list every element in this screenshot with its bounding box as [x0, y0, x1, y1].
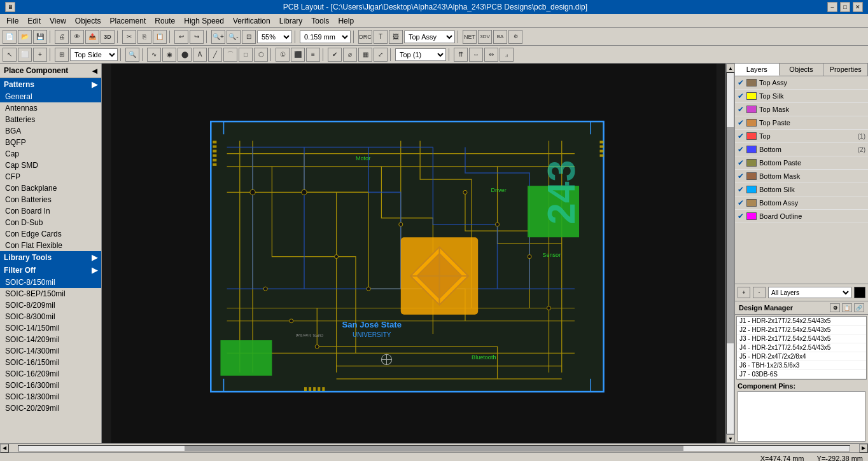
layer-bottom-mask-check[interactable]: ✔	[738, 172, 744, 181]
via-btn[interactable]: ◉	[162, 48, 176, 62]
rect-btn[interactable]: □	[239, 48, 253, 62]
text-btn[interactable]: T	[374, 30, 388, 44]
layer-bottom-name[interactable]: Bottom	[759, 146, 855, 153]
hscroll-left-btn[interactable]: ◀	[0, 444, 9, 453]
back-ann-btn[interactable]: BA	[493, 30, 507, 44]
place-component-header[interactable]: Place Component ◀	[0, 64, 101, 78]
extra-btn[interactable]: ⚙	[508, 30, 522, 44]
component-soic-8-209[interactable]: SOIC-8/209mil	[0, 299, 101, 311]
category-con-edge-cards[interactable]: Con Edge Cards	[0, 228, 101, 240]
patterns-section-header[interactable]: Patterns ▶	[0, 78, 101, 91]
dm-row-j6[interactable]: J6 - TBH-1x2/3.5/6x3	[737, 361, 866, 370]
pcb-canvas-area[interactable]: San José State UNIVERSITY 243 Motor Driv…	[102, 64, 725, 443]
layer-bottom-mask-name[interactable]: Bottom Mask	[759, 172, 865, 180]
vscroll-up-btn[interactable]: ▲	[726, 64, 735, 72]
hscroll-right-btn[interactable]: ▶	[859, 444, 868, 453]
snake-btn[interactable]: ⟓	[500, 48, 514, 62]
component-soic-8-300[interactable]: SOIC-8/300mil	[0, 311, 101, 322]
length-btn[interactable]: ↔	[469, 48, 483, 62]
menu-library[interactable]: Library	[276, 15, 307, 27]
layer-top-assy-name[interactable]: Top Assy	[759, 79, 865, 86]
menu-route[interactable]: Route	[151, 15, 179, 27]
component-soic-16-150[interactable]: SOIC-16/150mil	[0, 357, 101, 368]
side-dropdown[interactable]: Top Side	[70, 48, 118, 61]
layer-top-assy-check[interactable]: ✔	[738, 78, 744, 87]
dm-row-j5[interactable]: J5 - HDR-2x4T/2x2/8x4	[737, 352, 866, 361]
layer-top-name[interactable]: Top	[759, 132, 855, 140]
category-batteries[interactable]: Batteries	[0, 114, 101, 125]
category-general[interactable]: General	[0, 91, 101, 102]
component-soic-8-150[interactable]: SOIC-8/150mil	[0, 277, 101, 288]
new-btn[interactable]: 📄	[3, 30, 17, 44]
hscroll-thumb[interactable]	[185, 446, 683, 451]
hscroll-track[interactable]	[18, 445, 850, 451]
component-btn[interactable]: ⊞	[55, 48, 69, 62]
menu-file[interactable]: File	[3, 15, 22, 27]
tab-properties[interactable]: Properties	[823, 64, 868, 76]
drc-btn[interactable]: DRC	[358, 30, 372, 44]
arc-btn[interactable]: ⌒	[223, 48, 237, 62]
layer-top-silk-name[interactable]: Top Silk	[759, 92, 865, 100]
menu-view[interactable]: View	[46, 15, 70, 27]
layer-top-check[interactable]: ✔	[738, 132, 744, 141]
layer-top-silk-check[interactable]: ✔	[738, 92, 744, 100]
menu-high-speed[interactable]: High Speed	[180, 15, 228, 27]
component-soic-16-209[interactable]: SOIC-16/209mil	[0, 368, 101, 380]
image-btn[interactable]: 🖼	[389, 30, 403, 44]
dm-row-j3[interactable]: J3 - HDR-2x17T/2.54x2.54/43x5	[737, 334, 866, 343]
dm-row-j2[interactable]: J2 - HDR-2x17T/2.54x2.54/43x5	[737, 326, 866, 334]
layer-bottom-paste-name[interactable]: Bottom Paste	[759, 159, 865, 167]
3d-view-btn[interactable]: 3DV	[478, 30, 492, 44]
category-con-backplane[interactable]: Con Backplane	[0, 182, 101, 194]
layer-color-picker[interactable]	[854, 287, 865, 298]
category-cfp[interactable]: CFP	[0, 171, 101, 182]
add-btn[interactable]: +	[33, 48, 47, 62]
component-soic-18-300[interactable]: SOIC-18/300mil	[0, 391, 101, 403]
category-bga[interactable]: BGA	[0, 125, 101, 137]
layer-add-btn[interactable]: +	[738, 287, 750, 298]
dm-icon-2[interactable]: 📋	[842, 303, 852, 312]
copy-btn[interactable]: ⎘	[137, 30, 151, 44]
line-btn[interactable]: ╱	[208, 48, 222, 62]
component-soic-16-300[interactable]: SOIC-16/300mil	[0, 380, 101, 391]
redo-btn[interactable]: ↪	[190, 30, 204, 44]
vscroll-down-btn[interactable]: ▼	[726, 434, 735, 443]
menu-edit[interactable]: Edit	[24, 15, 45, 27]
zoom-dropdown[interactable]: 55%	[257, 31, 292, 43]
save-btn[interactable]: 💾	[33, 30, 47, 44]
ratsnest-btn[interactable]: ⌀	[343, 48, 357, 62]
category-cap[interactable]: Cap	[0, 148, 101, 160]
panel-collapse-arrow[interactable]: ◀	[92, 67, 97, 74]
component-soic-20-209[interactable]: SOIC-20/209mil	[0, 403, 101, 414]
open-btn[interactable]: 📂	[18, 30, 32, 44]
layer-bottom-assy-name[interactable]: Bottom Assy	[759, 199, 865, 207]
undo-btn[interactable]: ↩	[174, 30, 188, 44]
component-soic-14-209[interactable]: SOIC-14/209mil	[0, 334, 101, 345]
dm-icon-1[interactable]: ⚙	[830, 303, 840, 312]
wire-btn[interactable]: ∿	[147, 48, 161, 62]
tab-objects[interactable]: Objects	[780, 64, 824, 76]
area-select-btn[interactable]: ⬜	[18, 48, 32, 62]
layer-top-paste-name[interactable]: Top Paste	[759, 119, 865, 127]
dm-row-j8[interactable]: J8 - 03DB-6S	[737, 379, 866, 380]
poly-btn[interactable]: ⬡	[254, 48, 268, 62]
category-con-board-in[interactable]: Con Board In	[0, 205, 101, 217]
export-btn[interactable]: 📤	[85, 30, 99, 44]
component-soic-8ep-150[interactable]: SOIC-8EP/150mil	[0, 288, 101, 299]
layer-bottom-assy-check[interactable]: ✔	[738, 198, 744, 207]
layer-bottom-check[interactable]: ✔	[738, 145, 744, 154]
layer-board-outline-check[interactable]: ✔	[738, 212, 744, 221]
layer-board-outline-name[interactable]: Board Outline	[759, 212, 865, 220]
diff-pair-btn[interactable]: ⇈	[454, 48, 468, 62]
select-btn[interactable]: ↖	[3, 48, 17, 62]
print-btn[interactable]: 🖨	[55, 30, 69, 44]
pin1-btn[interactable]: ①	[276, 48, 290, 62]
horizontal-scrollbar[interactable]: ◀ ▶	[0, 443, 868, 452]
dm-icon-3[interactable]: 🔗	[854, 303, 864, 312]
category-bqfp[interactable]: BQFP	[0, 137, 101, 148]
layer-remove-btn[interactable]: -	[753, 287, 766, 298]
tab-layers[interactable]: Layers	[735, 64, 780, 76]
menu-placement[interactable]: Placement	[106, 15, 150, 27]
view-dropdown[interactable]: Top Assy	[404, 31, 455, 43]
menu-verification[interactable]: Verification	[229, 15, 274, 27]
